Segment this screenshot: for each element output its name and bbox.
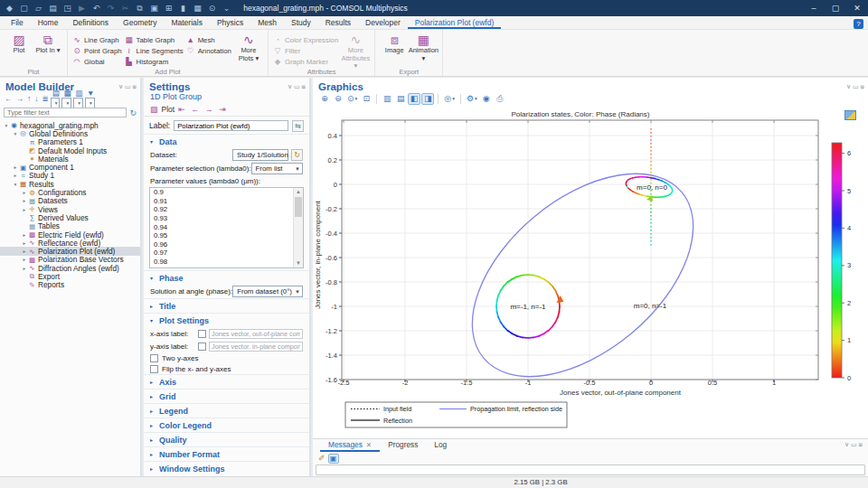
tree-node-default-model-inputs[interactable]: ◩Default Model Inputs <box>0 146 140 155</box>
more-plots-button[interactable]: ∿More Plots ▾ <box>234 33 263 62</box>
parameter-value-item[interactable]: 0.96 <box>150 240 303 249</box>
tree-node-derived-values[interactable]: ∑Derived Values <box>0 213 140 221</box>
close-tab-icon[interactable]: ✕ <box>366 441 372 449</box>
menu-tab-home[interactable]: Home <box>31 16 66 29</box>
flip-axes-checkbox[interactable] <box>150 365 158 373</box>
grid-toggle-icon[interactable]: ◧ <box>408 93 420 105</box>
settings-plot-button[interactable]: Plot <box>162 105 175 114</box>
print-icon[interactable]: ⎙ <box>494 93 506 105</box>
tree-node-materials[interactable]: ●Materials <box>0 155 140 163</box>
tree-expander-icon[interactable]: ▾ <box>3 123 10 128</box>
menu-tab-materials[interactable]: Materials <box>164 16 209 29</box>
help-button[interactable]: ? <box>854 19 863 29</box>
tree-expander-icon[interactable]: ▸ <box>21 240 28 246</box>
zoom-box-icon[interactable]: ⊙▾ <box>345 93 359 105</box>
parameter-value-item[interactable]: 0.93 <box>150 214 303 223</box>
label-field[interactable] <box>174 120 288 131</box>
zoom-extents-icon[interactable]: ⊡ <box>360 93 373 105</box>
tree-node-tables[interactable]: ▦Tables <box>0 222 140 230</box>
model-manager-icon[interactable]: ▦ <box>192 0 203 16</box>
tree-expander-icon[interactable]: ▾ <box>12 131 19 136</box>
section-phase[interactable]: ▾Phase <box>144 270 309 285</box>
menu-tab-results[interactable]: Results <box>318 16 358 29</box>
menu-tab-developer[interactable]: Developer <box>358 16 408 29</box>
point-graph-button[interactable]: ⊙Point Graph <box>72 45 122 56</box>
save-as-icon[interactable]: ◳ <box>61 0 73 16</box>
maximize-button[interactable]: ▢ <box>825 0 846 16</box>
menu-tab-polarization-plot-ewfd-[interactable]: Polarization Plot (ewfd) <box>408 16 501 29</box>
tree-node-electric-field-ewfd-[interactable]: ▸▩Electric Field (ewfd) <box>0 230 140 239</box>
dataset-dropdown[interactable]: Study 1/Solution 1▼ <box>232 149 288 161</box>
solution-at-angle-dropdown[interactable]: From dataset (0°)▼ <box>232 286 303 297</box>
parameter-values-listbox[interactable]: 0.90.910.920.930.940.950.960.970.98▲▼ <box>149 187 304 268</box>
tree-node-diffraction-angles-ewfd-[interactable]: ▸∿Diffraction Angles (ewfd) <box>0 264 140 272</box>
zoom-out-icon[interactable]: ⊖ <box>332 93 344 105</box>
section-title[interactable]: ▸Title <box>144 298 309 313</box>
clear-messages-icon[interactable]: ✐ <box>318 454 326 463</box>
tree-expander-icon[interactable]: ▸ <box>21 249 28 254</box>
section-number-format[interactable]: ▸Number Format <box>144 446 309 461</box>
refresh-dataset-button[interactable]: ↻ <box>291 149 303 161</box>
tree-node-global-definitions[interactable]: ▾◎Global Definitions <box>0 129 140 137</box>
y-axis-label-checkbox[interactable] <box>198 343 206 351</box>
listbox-scrollbar[interactable]: ▲▼ <box>293 188 303 267</box>
parameter-selection-dropdown[interactable]: From list▼ <box>251 163 303 174</box>
tree-node-component-1[interactable]: ▸▣Component 1 <box>0 163 140 171</box>
parameter-value-item[interactable]: 0.92 <box>150 205 303 214</box>
move-up-icon[interactable]: ↑ <box>27 94 31 103</box>
move-down-icon[interactable]: ↓ <box>34 94 38 103</box>
annotation-button[interactable]: ♡Annotation <box>186 45 231 56</box>
app-icon[interactable]: ◆ <box>4 0 15 16</box>
copy-icon[interactable]: ⧉ <box>134 0 146 16</box>
panel-window-icons[interactable]: ∨ ▭ ⧈ <box>844 441 863 448</box>
section-color-legend[interactable]: ▸Color Legend <box>144 418 309 432</box>
parameter-value-item[interactable]: 0.97 <box>150 249 303 258</box>
tree-node-reports[interactable]: ✎Reports <box>0 281 140 289</box>
tree-node-export[interactable]: ⧉Export <box>0 272 140 280</box>
line-graph-button[interactable]: ∿Line Graph <box>72 34 122 45</box>
menu-tab-definitions[interactable]: Definitions <box>65 16 116 29</box>
redo-icon[interactable]: ↷ <box>105 0 117 16</box>
axis-limits-icon[interactable]: ▤ <box>394 93 407 105</box>
x-axis-label-input[interactable] <box>209 329 303 339</box>
plot-thumbnail-icon[interactable] <box>844 110 856 120</box>
scene-color-icon[interactable]: ◎▾ <box>442 93 457 105</box>
tree-expander-icon[interactable]: ▸ <box>21 266 28 271</box>
collapse-icon[interactable]: ≣ <box>42 94 49 103</box>
paste-icon[interactable]: ▣ <box>148 0 160 16</box>
plot-settings-icon[interactable]: ⚙▾ <box>465 93 479 105</box>
table-graph-button[interactable]: ▦Table Graph <box>125 34 184 45</box>
tree-expander-icon[interactable]: ▸ <box>12 164 19 170</box>
two-y-axes-checkbox[interactable] <box>150 354 158 362</box>
delete-icon[interactable]: ▮ <box>177 0 189 16</box>
tree-expander-icon[interactable]: ▸ <box>12 173 19 178</box>
scroll-down-icon[interactable]: ▼ <box>294 259 303 267</box>
tree-node-results[interactable]: ▾▦Results <box>0 180 140 188</box>
snapshot-icon[interactable]: ◉ <box>480 93 493 105</box>
undo-icon[interactable]: ↶ <box>90 0 102 16</box>
back-icon[interactable]: ← <box>5 94 13 103</box>
section-quality[interactable]: ▸Quality <box>144 432 309 446</box>
tree-expander-icon[interactable]: ▸ <box>21 207 28 212</box>
tree-node-polarization-base-vectors[interactable]: ▸▩Polarization Base Vectors <box>0 256 140 264</box>
image-button[interactable]: ⧈Image <box>380 33 409 55</box>
plot-button[interactable]: ▨Plot <box>5 33 33 55</box>
zoom-in-icon[interactable]: ⊕ <box>318 93 331 105</box>
parameter-value-item[interactable]: 0.94 <box>150 222 303 231</box>
section-data[interactable]: ▾Data <box>144 134 309 148</box>
forward-icon[interactable]: → <box>16 94 24 103</box>
new-file-icon[interactable]: ▢ <box>18 0 30 16</box>
tree-node-views[interactable]: ▸✛Views <box>0 205 140 213</box>
duplicate-icon[interactable]: ⊞ <box>163 0 175 16</box>
close-button[interactable]: ✕ <box>846 0 868 16</box>
plot-in-button[interactable]: ⧉Plot In ▾ <box>33 33 62 55</box>
axis-orientation-icon[interactable]: ▥ <box>381 93 393 105</box>
rename-label-button[interactable]: ⇆ <box>292 120 304 132</box>
menu-tab-geometry[interactable]: Geometry <box>116 16 164 29</box>
tree-node-polarization-plot-ewfd-[interactable]: ▸∿Polarization Plot (ewfd) <box>0 247 140 255</box>
tree-expander-icon[interactable]: ▸ <box>21 198 28 203</box>
tree-node-hexagonal-grating-mph[interactable]: ▾◉hexagonal_grating.mph <box>0 121 140 129</box>
messages-content[interactable] <box>316 465 865 475</box>
tree-expander-icon[interactable]: ▸ <box>21 190 28 195</box>
tree-node-datasets[interactable]: ▸▦Datasets <box>0 197 140 205</box>
